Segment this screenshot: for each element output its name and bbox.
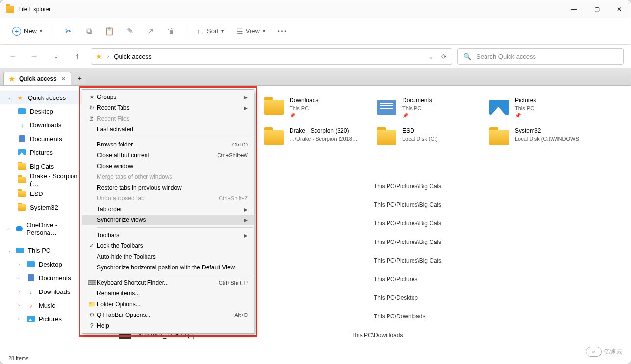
sidebar-item-drake[interactable]: Drake - Scorpion (…: [0, 173, 83, 187]
sidebar-pc-pictures[interactable]: ›Pictures: [0, 312, 83, 326]
chevron-right-icon: ›: [18, 262, 23, 267]
menu-separator: [97, 227, 253, 228]
rename-button[interactable]: ✎: [121, 23, 139, 40]
delete-button[interactable]: 🗑: [162, 23, 180, 40]
plus-icon: +: [12, 27, 21, 36]
pin-icon: 📌: [290, 112, 318, 119]
tab-quick-access[interactable]: ★ Quick access ✕: [3, 72, 71, 85]
sidebar-pc-downloads[interactable]: ›↓Downloads: [0, 285, 83, 298]
menu-item[interactable]: Rename items...: [82, 288, 254, 299]
sidebar-quick-access[interactable]: ⌄ ★ Quick access: [0, 91, 83, 104]
desktop-icon: [27, 261, 35, 267]
menu-item: 🗎Recent Files: [82, 113, 254, 124]
sidebar-item-desktop[interactable]: Desktop: [0, 104, 83, 118]
sort-button[interactable]: ↑↓ Sort ▾: [192, 27, 229, 35]
sort-icon: ↑↓: [197, 27, 204, 35]
file-path: This PC\Pictures\Big Cats: [374, 183, 441, 190]
folder-system32[interactable]: System32Local Disk (C:)\WINDOWS: [488, 126, 589, 154]
sidebar-item-downloads[interactable]: ↓Downloads: [0, 118, 83, 132]
folder-downloads[interactable]: DownloadsThis PC📌: [263, 96, 364, 124]
sidebar-pc-desktop[interactable]: ›Desktop: [0, 257, 83, 271]
menu-item-shortcut: Ctrl+Shift+P: [219, 280, 248, 286]
menu-item[interactable]: Toolbars▶: [82, 230, 254, 241]
new-button[interactable]: + New ▾: [7, 24, 47, 39]
close-button[interactable]: ✕: [608, 0, 631, 18]
pin-icon: 📌: [515, 112, 536, 119]
more-button[interactable]: ···: [273, 27, 292, 36]
folder-pictures[interactable]: PicturesThis PC📌: [488, 96, 589, 124]
sidebar-label: Downloads: [39, 288, 70, 295]
chevron-right-icon: ▶: [244, 207, 248, 212]
refresh-button[interactable]: ⟳: [441, 53, 447, 60]
maximize-button[interactable]: ▢: [585, 0, 608, 18]
address-bar[interactable]: ★ › Quick access ⌄ ⟳: [91, 48, 452, 65]
chevron-down-icon: ⌄: [7, 95, 12, 100]
menu-item[interactable]: ?Help: [82, 320, 254, 331]
document-icon: [19, 135, 25, 142]
minimize-button[interactable]: —: [563, 0, 585, 18]
chevron-right-icon: ▶: [244, 95, 248, 100]
chevron-right-icon: ›: [18, 275, 23, 280]
menu-item[interactable]: ↻Recent Tabs▶: [82, 102, 254, 113]
item-sub: …\Drake - Scorpion (2018…: [290, 135, 358, 143]
chevron-down-icon[interactable]: ⌄: [428, 53, 434, 60]
folder-icon: [489, 130, 509, 145]
back-button[interactable]: ←: [4, 48, 21, 65]
sidebar-label: System32: [30, 204, 58, 211]
sidebar-item-system32[interactable]: System32: [0, 200, 83, 214]
folder-documents[interactable]: DocumentsThis PC📌: [376, 96, 477, 124]
folder-drake[interactable]: Drake - Scorpion (320)…\Drake - Scorpion…: [263, 126, 364, 154]
sort-label: Sort: [207, 27, 218, 35]
menu-item[interactable]: Close all but currentCtrl+Shift+W: [82, 150, 254, 161]
explorer-window: File Explorer — ▢ ✕ + New ▾ ✂ ⧉ 📋 ✎ ↗ 🗑 …: [0, 0, 631, 364]
star-icon: ★: [96, 52, 102, 60]
cut-button[interactable]: ✂: [59, 23, 77, 40]
folder-esd[interactable]: ESDLocal Disk (C:): [376, 126, 477, 154]
menu-item-label: Recent Files: [97, 115, 248, 122]
menu-item-label: Recent Tabs: [97, 104, 244, 111]
menu-item-label: Close all but current: [97, 152, 218, 159]
item-name: Drake - Scorpion (320): [290, 127, 358, 135]
close-tab-button[interactable]: ✕: [61, 75, 66, 82]
sidebar-item-documents[interactable]: Documents: [0, 132, 83, 146]
menu-item[interactable]: Auto-hide the Toolbars: [82, 251, 254, 262]
menu-item[interactable]: Restore tabs in previous window: [82, 182, 254, 193]
sidebar-pc-music[interactable]: ›♪Music: [0, 298, 83, 312]
menu-item[interactable]: ✓Lock the Toolbars: [82, 241, 254, 251]
menu-item[interactable]: Last activated: [82, 124, 254, 135]
sidebar-label: Desktop: [39, 261, 62, 268]
sidebar-this-pc[interactable]: ⌄ This PC: [0, 243, 83, 257]
new-tab-button[interactable]: +: [74, 73, 86, 84]
sidebar-pc-documents[interactable]: ›Documents: [0, 271, 83, 285]
menu-item[interactable]: Close window: [82, 161, 254, 171]
copy-button[interactable]: ⧉: [80, 23, 97, 40]
toolbar: + New ▾ ✂ ⧉ 📋 ✎ ↗ 🗑 ↑↓ Sort ▾ ☰ View ▾ ·…: [0, 18, 631, 45]
menu-item: Merge tabs of other windows: [82, 171, 254, 182]
up-button[interactable]: ↑: [69, 48, 86, 65]
sidebar-item-bigcats[interactable]: Big Cats: [0, 159, 83, 173]
sidebar-item-esd[interactable]: ESD: [0, 187, 83, 200]
recent-locations-button[interactable]: ⌄: [48, 48, 64, 65]
menu-item-shortcut: Ctrl+Shift+Z: [219, 195, 248, 201]
share-button[interactable]: ↗: [142, 23, 159, 40]
sidebar-onedrive[interactable]: › OneDrive - Persona…: [0, 222, 83, 236]
view-button[interactable]: ☰ View ▾: [232, 27, 270, 35]
picture-icon: [27, 316, 35, 322]
item-sub: Local Disk (C:)\WINDOWS: [515, 135, 579, 143]
menu-item[interactable]: ⚙QTTabBar Options...Alt+O: [82, 310, 254, 320]
menu-item[interactable]: Browse folder...Ctrl+O: [82, 139, 254, 150]
menu-item[interactable]: Synchronize views▶: [82, 215, 254, 225]
sidebar-label: Desktop: [30, 108, 53, 115]
paste-button[interactable]: 📋: [100, 23, 118, 40]
menu-item[interactable]: 📁Folder Options...: [82, 299, 254, 310]
menu-item[interactable]: Synchronize horizontal position with the…: [82, 262, 254, 273]
forward-button[interactable]: →: [26, 48, 43, 65]
music-icon: ♪: [27, 301, 35, 309]
menu-item[interactable]: Tab order▶: [82, 204, 254, 215]
menu-item[interactable]: ⌨Keyboard Shortcut Finder...Ctrl+Shift+P: [82, 277, 254, 288]
sidebar-item-pictures[interactable]: Pictures: [0, 146, 83, 159]
menu-item[interactable]: ★Groups▶: [82, 92, 254, 102]
watermark: ∞ 亿速云: [586, 347, 623, 357]
search-box[interactable]: 🔍 Search Quick access: [457, 48, 624, 65]
menu-item-label: Close window: [97, 163, 248, 170]
